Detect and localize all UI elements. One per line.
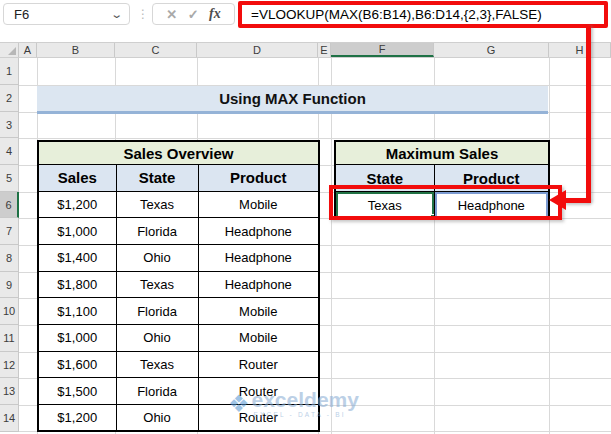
row-header-1[interactable]: 1 [0, 58, 19, 85]
row-header-11[interactable]: 11 [0, 325, 19, 352]
cell-b10[interactable]: $1,100 [38, 298, 116, 325]
cell-d6[interactable]: Mobile [198, 191, 319, 218]
cell-c8[interactable]: Ohio [116, 244, 198, 271]
cell-b6[interactable]: $1,200 [38, 191, 116, 218]
cell-b14[interactable]: $1,200 [38, 404, 116, 431]
row-header-3[interactable]: 3 [0, 112, 19, 138]
cell-c6[interactable]: Texas [116, 191, 198, 218]
cancel-icon[interactable]: ✕ [166, 7, 177, 22]
table-row: $1,000 Florida Headphone [38, 218, 319, 245]
formula-text: =VLOOKUP(MAX(B6:B14),B6:D14,{2,3},FALSE) [251, 7, 542, 22]
row-header-5[interactable]: 5 [0, 165, 19, 192]
row-header-4[interactable]: 4 [0, 138, 19, 165]
cell-d11[interactable]: Mobile [198, 324, 319, 351]
cell-c12[interactable]: Texas [116, 351, 198, 378]
table-row: $1,600 Texas Router [38, 351, 319, 378]
select-all-corner[interactable] [0, 43, 19, 57]
row-header-9[interactable]: 9 [0, 272, 19, 298]
row-headers: 1 2 3 4 5 6 7 8 9 10 11 12 13 14 [0, 58, 19, 434]
column-header-c[interactable]: C [115, 43, 197, 57]
sheet-title-banner: Using MAX Function [37, 86, 548, 114]
name-box-value: F6 [14, 7, 29, 22]
chevron-down-icon[interactable]: ⌄ [110, 8, 123, 21]
row-header-14[interactable]: 14 [0, 405, 19, 432]
table-row: $1,500 Florida Router [38, 378, 319, 405]
sheet-title: Using MAX Function [219, 90, 366, 107]
formula-bar-drag-handle-icon: ⋮ [137, 4, 149, 24]
column-header-a[interactable]: A [19, 43, 37, 57]
sales-header-product[interactable]: Product [198, 165, 319, 192]
table-row: $1,400 Ohio Headphone [38, 244, 319, 271]
cell-b8[interactable]: $1,400 [38, 244, 116, 271]
cell-c14[interactable]: Ohio [116, 404, 198, 431]
cell-d14[interactable]: Router [198, 404, 319, 431]
table-row: $1,000 Ohio Mobile [38, 324, 319, 351]
cell-c11[interactable]: Ohio [116, 324, 198, 351]
column-header-f-selected[interactable]: F [331, 43, 434, 57]
cell-b13[interactable]: $1,500 [38, 378, 116, 405]
table-row: $1,200 Texas Mobile [38, 191, 319, 218]
row-header-7[interactable]: 7 [0, 218, 19, 245]
row-header-6-selected[interactable]: 6 [0, 192, 19, 218]
formula-bar-buttons: ✕ ✓ fx [152, 3, 235, 25]
cell-d10[interactable]: Mobile [198, 298, 319, 325]
row-header-8[interactable]: 8 [0, 245, 19, 272]
table-row: $1,100 Florida Mobile [38, 298, 319, 325]
excel-window: F6 ⌄ ⋮ ✕ ✓ fx =VLOOKUP(MAX(B6:B14),B6:D1… [0, 0, 611, 434]
table-row: $1,800 Texas Headphone [38, 271, 319, 298]
sales-header-sales[interactable]: Sales [38, 165, 116, 192]
result-highlight-rectangle [329, 185, 562, 220]
table-row: $1,200 Ohio Router [38, 404, 319, 431]
annotation-arrowhead-icon [549, 190, 566, 210]
name-box[interactable]: F6 ⌄ [3, 3, 130, 25]
cell-b12[interactable]: $1,600 [38, 351, 116, 378]
cell-c13[interactable]: Florida [116, 378, 198, 405]
max-table-title[interactable]: Maximum Sales [335, 141, 549, 165]
cell-d8[interactable]: Headphone [198, 244, 319, 271]
annotation-arrow-line-vertical [586, 26, 591, 203]
cell-b7[interactable]: $1,000 [38, 218, 116, 245]
row-header-13[interactable]: 13 [0, 378, 19, 405]
cell-c9[interactable]: Texas [116, 271, 198, 298]
annotation-arrow-line-horizontal [565, 198, 591, 203]
select-all-triangle-icon [8, 47, 16, 55]
cell-c10[interactable]: Florida [116, 298, 198, 325]
cell-b9[interactable]: $1,800 [38, 271, 116, 298]
column-header-h[interactable]: H [549, 43, 611, 57]
enter-icon[interactable]: ✓ [188, 7, 199, 22]
cell-d7[interactable]: Headphone [198, 218, 319, 245]
cell-d9[interactable]: Headphone [198, 271, 319, 298]
row-header-10[interactable]: 10 [0, 298, 19, 325]
cell-d13[interactable]: Router [198, 378, 319, 405]
sales-overview-table: Sales Overview Sales State Product $1,20… [37, 140, 320, 432]
column-header-e[interactable]: E [318, 43, 331, 57]
insert-function-icon[interactable]: fx [209, 6, 221, 22]
gridline [19, 138, 611, 139]
formula-input[interactable]: =VLOOKUP(MAX(B6:B14),B6:D14,{2,3},FALSE) [238, 1, 608, 28]
row-header-2[interactable]: 2 [0, 85, 19, 112]
column-headers: A B C D E F G H [0, 42, 611, 58]
sales-header-state[interactable]: State [116, 165, 198, 192]
column-header-d[interactable]: D [197, 43, 318, 57]
cell-d12[interactable]: Router [198, 351, 319, 378]
cell-c7[interactable]: Florida [116, 218, 198, 245]
row-header-12[interactable]: 12 [0, 352, 19, 378]
sales-table-title[interactable]: Sales Overview [38, 141, 319, 165]
column-header-b[interactable]: B [37, 43, 115, 57]
cell-b11[interactable]: $1,000 [38, 324, 116, 351]
column-header-g[interactable]: G [434, 43, 549, 57]
